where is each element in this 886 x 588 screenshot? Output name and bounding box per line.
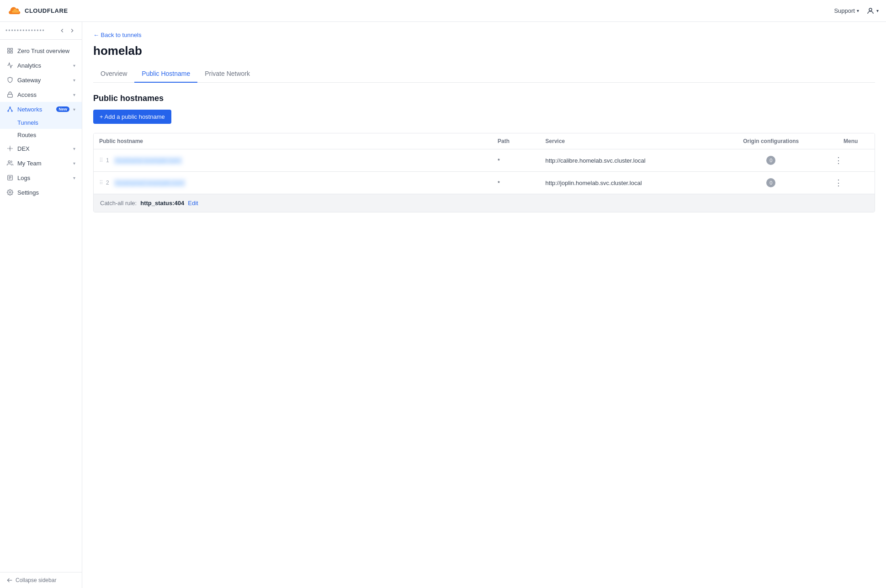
row1-menu-cell: ⋮ [827, 149, 875, 172]
svg-point-11 [9, 148, 11, 149]
navbar: CLOUDFLARE Support ▾ ▾ [0, 0, 886, 22]
user-icon [866, 7, 875, 15]
section-title: Public hostnames [93, 94, 875, 103]
gear-icon [6, 189, 14, 196]
support-button[interactable]: Support ▾ [834, 7, 859, 14]
row2-menu-cell: ⋮ [827, 172, 875, 194]
network-icon [6, 106, 14, 113]
sidebar: •••••••••••••• Zero Trust overview [0, 22, 82, 588]
sidebar-item-label: DEX [17, 145, 69, 152]
analytics-chevron-icon: ▾ [73, 63, 75, 68]
catch-all-rule: http_status:404 [140, 200, 184, 207]
navbar-right: Support ▾ ▾ [834, 7, 879, 15]
drag-handle-icon[interactable]: ⠿ [99, 180, 103, 186]
row1-path: * [492, 149, 540, 172]
sidebar-item-label: Gateway [17, 77, 69, 84]
svg-point-0 [869, 8, 872, 11]
row1-menu-button[interactable]: ⋮ [832, 154, 845, 167]
user-menu-button[interactable]: ▾ [866, 7, 879, 15]
collapse-sidebar-button[interactable]: Collapse sidebar [0, 572, 82, 588]
row1-hostname: hostname.example.com [114, 157, 182, 164]
grid-icon [6, 47, 14, 54]
col-service: Service [540, 133, 716, 149]
dex-chevron-icon: ▾ [73, 146, 75, 151]
public-hostnames-table: Public hostname Path Service Origin conf… [93, 133, 875, 212]
my-team-chevron-icon: ▾ [73, 161, 75, 166]
row2-path: * [492, 172, 540, 194]
drag-handle-icon[interactable]: ⠿ [99, 157, 103, 164]
svg-point-8 [11, 111, 12, 111]
row1-hostname-cell: ⠿ 1 hostname.example.com [94, 149, 492, 172]
sidebar-item-my-team[interactable]: My Team ▾ [0, 156, 82, 170]
svg-rect-5 [8, 94, 13, 97]
svg-point-12 [8, 161, 11, 163]
back-to-tunnels-link[interactable]: ← Back to tunnels [93, 32, 142, 38]
support-chevron-icon: ▾ [857, 8, 859, 13]
lock-icon [6, 91, 14, 98]
shield-icon [6, 76, 14, 84]
logs-icon [6, 174, 14, 181]
table-row: ⠿ 1 hostname.example.com * http://calibr… [94, 149, 875, 172]
cloudflare-logo: CLOUDFLARE [7, 6, 68, 16]
sidebar-item-tunnels[interactable]: Tunnels [0, 117, 82, 129]
sidebar-item-routes[interactable]: Routes [0, 129, 82, 141]
chart-icon [6, 62, 14, 69]
table-row: ⠿ 2 hostname2.example.com * http://jopli… [94, 172, 875, 194]
svg-line-9 [8, 108, 10, 111]
row1-origin-count: 0 [715, 149, 827, 172]
sidebar-item-dex[interactable]: DEX ▾ [0, 141, 82, 156]
svg-rect-1 [8, 48, 10, 50]
sidebar-item-networks[interactable]: Networks New ▾ [0, 102, 82, 117]
user-chevron-icon: ▾ [876, 8, 879, 13]
row2-origin-count: 0 [715, 172, 827, 194]
svg-rect-2 [11, 48, 12, 50]
layout: •••••••••••••• Zero Trust overview [0, 22, 886, 588]
account-name: •••••••••••••• [5, 27, 45, 34]
back-button[interactable] [58, 26, 66, 35]
sidebar-item-label: Settings [17, 189, 75, 196]
sidebar-item-label: My Team [17, 160, 69, 167]
origin-count-badge: 0 [766, 156, 775, 165]
add-public-hostname-button[interactable]: + Add a public hostname [93, 110, 171, 124]
svg-point-6 [10, 107, 11, 108]
main-content: ← Back to tunnels homelab Overview Publi… [82, 22, 886, 588]
users-icon [6, 159, 14, 167]
sidebar-item-label: Logs [17, 175, 69, 181]
sidebar-item-label: Zero Trust overview [17, 48, 75, 54]
sidebar-item-logs[interactable]: Logs ▾ [0, 170, 82, 185]
row2-menu-button[interactable]: ⋮ [832, 176, 845, 189]
sidebar-nav: Zero Trust overview Analytics ▾ Gateway … [0, 40, 82, 572]
row2-service: http://joplin.homelab.svc.cluster.local [540, 172, 716, 194]
sidebar-item-analytics[interactable]: Analytics ▾ [0, 58, 82, 73]
catch-all-edit-link[interactable]: Edit [188, 200, 198, 207]
row2-hostname-cell: ⠿ 2 hostname2.example.com [94, 172, 492, 194]
navbar-left: CLOUDFLARE [7, 6, 68, 16]
tab-private-network[interactable]: Private Network [197, 65, 257, 83]
sidebar-item-label: Networks [17, 106, 53, 113]
dex-icon [6, 145, 14, 152]
networks-new-badge: New [56, 106, 69, 112]
svg-rect-3 [8, 51, 10, 53]
sidebar-item-zero-trust[interactable]: Zero Trust overview [0, 43, 82, 58]
tab-public-hostname[interactable]: Public Hostname [134, 65, 197, 83]
gateway-chevron-icon: ▾ [73, 78, 75, 83]
sidebar-item-gateway[interactable]: Gateway ▾ [0, 73, 82, 87]
sidebar-item-settings[interactable]: Settings [0, 185, 82, 200]
page-title: homelab [93, 44, 875, 58]
svg-line-10 [10, 108, 12, 111]
svg-point-17 [9, 191, 11, 193]
cloudflare-logo-icon [7, 6, 22, 16]
catch-all-bar: Catch-all rule: http_status:404 Edit [94, 194, 875, 212]
access-chevron-icon: ▾ [73, 92, 75, 97]
row2-hostname: hostname2.example.com [114, 179, 186, 187]
tab-overview[interactable]: Overview [93, 65, 134, 83]
sidebar-account: •••••••••••••• [0, 22, 82, 40]
col-menu: Menu [827, 133, 875, 149]
sidebar-item-access[interactable]: Access ▾ [0, 87, 82, 102]
origin-count-badge: 0 [766, 178, 775, 187]
col-path: Path [492, 133, 540, 149]
expand-button[interactable] [68, 26, 76, 35]
col-hostname: Public hostname [94, 133, 492, 149]
logs-chevron-icon: ▾ [73, 175, 75, 180]
networks-chevron-icon: ▾ [73, 107, 75, 112]
